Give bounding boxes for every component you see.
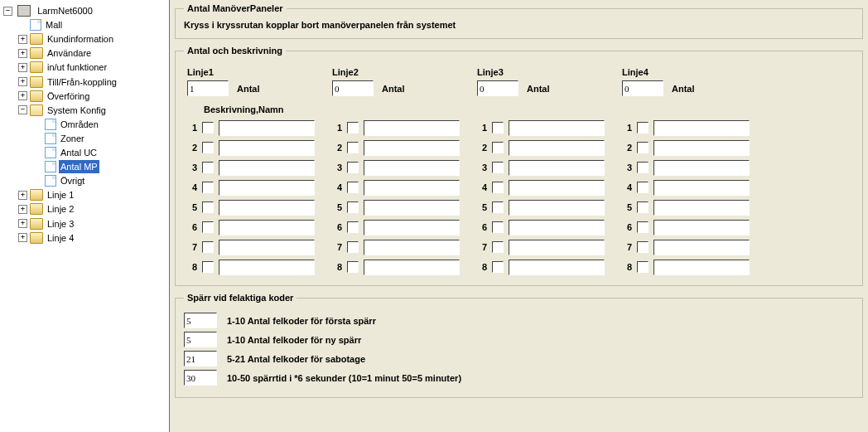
mp-disable-checkbox[interactable]	[637, 241, 649, 253]
expand-icon[interactable]: +	[18, 205, 27, 214]
mp-name-input[interactable]	[653, 120, 750, 136]
mp-name-input[interactable]	[364, 240, 460, 255]
mp-disable-checkbox[interactable]	[492, 142, 504, 153]
mp-disable-checkbox[interactable]	[637, 142, 649, 153]
collapse-icon[interactable]: −	[18, 105, 27, 114]
mp-disable-checkbox[interactable]	[492, 261, 504, 273]
tree-item[interactable]: +Överföring	[18, 89, 169, 103]
mp-name-input[interactable]	[653, 260, 750, 275]
mp-name-input[interactable]	[219, 160, 315, 176]
expand-icon[interactable]: +	[18, 233, 27, 242]
mp-name-input[interactable]	[364, 160, 460, 176]
tree-item[interactable]: Mall	[18, 17, 169, 32]
mp-name-input[interactable]	[653, 240, 750, 255]
antal-input-linje1[interactable]	[187, 80, 229, 96]
mp-disable-checkbox[interactable]	[347, 122, 359, 133]
tree-item[interactable]: +Användare	[18, 46, 169, 60]
tree-item[interactable]: +Kundinformation	[18, 32, 169, 46]
mp-name-input[interactable]	[653, 180, 750, 196]
mp-disable-checkbox[interactable]	[202, 182, 214, 193]
nav-tree[interactable]: − LarmNet6000 Mall+Kundinformation+Använ…	[0, 0, 170, 432]
sparr-input-0[interactable]	[184, 313, 217, 328]
sparr-input-2[interactable]	[184, 351, 217, 366]
mp-disable-checkbox[interactable]	[347, 142, 359, 153]
antal-input-linje2[interactable]	[332, 80, 374, 96]
mp-disable-checkbox[interactable]	[492, 182, 504, 193]
mp-name-input[interactable]	[509, 120, 605, 136]
mp-disable-checkbox[interactable]	[637, 162, 649, 173]
mp-name-input[interactable]	[219, 140, 315, 156]
mp-disable-checkbox[interactable]	[202, 122, 214, 133]
mp-disable-checkbox[interactable]	[637, 261, 649, 273]
tree-item[interactable]: −System KonfigOmrådenZonerAntal UCAntal …	[18, 103, 169, 188]
mp-name-input[interactable]	[364, 220, 460, 235]
mp-name-input[interactable]	[219, 260, 315, 275]
expand-icon[interactable]: +	[18, 63, 27, 72]
mp-disable-checkbox[interactable]	[347, 241, 359, 253]
mp-disable-checkbox[interactable]	[492, 241, 504, 253]
tree-item[interactable]: +in/ut funktioner	[18, 60, 169, 74]
mp-name-input[interactable]	[653, 140, 750, 156]
tree-item[interactable]: +Till/Från-koppling	[18, 74, 169, 88]
mp-disable-checkbox[interactable]	[492, 221, 504, 233]
mp-disable-checkbox[interactable]	[202, 142, 214, 153]
expand-icon[interactable]: +	[18, 219, 27, 228]
mp-name-input[interactable]	[219, 200, 315, 216]
mp-disable-checkbox[interactable]	[202, 221, 214, 233]
tree-item[interactable]: Övrigt	[33, 173, 169, 187]
antal-input-linje3[interactable]	[477, 80, 518, 96]
sparr-input-3[interactable]	[184, 370, 217, 386]
tree-root[interactable]: − LarmNet6000 Mall+Kundinformation+Använ…	[3, 3, 169, 245]
mp-name-input[interactable]	[219, 180, 315, 196]
mp-name-input[interactable]	[509, 160, 605, 176]
mp-name-input[interactable]	[219, 220, 315, 235]
mp-name-input[interactable]	[653, 200, 750, 216]
mp-name-input[interactable]	[219, 120, 315, 136]
mp-name-input[interactable]	[509, 140, 605, 156]
antal-input-linje4[interactable]	[622, 80, 663, 96]
mp-disable-checkbox[interactable]	[347, 221, 359, 233]
expand-icon[interactable]: +	[18, 91, 27, 100]
tree-item[interactable]: +Linje 2	[18, 201, 169, 216]
mp-disable-checkbox[interactable]	[492, 162, 504, 173]
mp-disable-checkbox[interactable]	[637, 122, 649, 133]
mp-disable-checkbox[interactable]	[347, 261, 359, 273]
mp-name-input[interactable]	[653, 160, 750, 176]
mp-name-input[interactable]	[364, 120, 460, 136]
expand-icon[interactable]: +	[18, 77, 27, 86]
mp-name-input[interactable]	[364, 140, 460, 156]
tree-item[interactable]: +Linje 4	[18, 231, 169, 245]
collapse-icon[interactable]: −	[3, 7, 12, 16]
mp-disable-checkbox[interactable]	[637, 201, 649, 213]
tree-item[interactable]: Zoner	[33, 131, 169, 145]
tree-item[interactable]: Områden	[33, 117, 169, 131]
mp-name-input[interactable]	[509, 260, 605, 275]
tree-item[interactable]: +Linje 3	[18, 216, 169, 230]
mp-disable-checkbox[interactable]	[637, 221, 649, 233]
mp-name-input[interactable]	[509, 240, 605, 255]
mp-name-input[interactable]	[509, 220, 605, 235]
mp-name-input[interactable]	[653, 220, 750, 235]
expand-icon[interactable]: +	[18, 35, 27, 44]
mp-name-input[interactable]	[509, 180, 605, 196]
mp-name-input[interactable]	[364, 200, 460, 216]
mp-name-input[interactable]	[364, 260, 460, 275]
mp-name-input[interactable]	[364, 180, 460, 196]
mp-disable-checkbox[interactable]	[202, 241, 214, 253]
mp-name-input[interactable]	[509, 200, 605, 216]
mp-disable-checkbox[interactable]	[202, 201, 214, 213]
mp-disable-checkbox[interactable]	[202, 162, 214, 173]
tree-item[interactable]: Antal MP	[33, 159, 169, 173]
tree-item[interactable]: +Linje 1	[18, 187, 169, 201]
tree-item[interactable]: Antal UC	[33, 145, 169, 159]
expand-icon[interactable]: +	[18, 191, 27, 200]
mp-disable-checkbox[interactable]	[347, 162, 359, 173]
mp-disable-checkbox[interactable]	[347, 182, 359, 193]
mp-disable-checkbox[interactable]	[637, 182, 649, 193]
mp-name-input[interactable]	[219, 240, 315, 255]
mp-disable-checkbox[interactable]	[492, 201, 504, 213]
mp-disable-checkbox[interactable]	[492, 122, 504, 133]
mp-disable-checkbox[interactable]	[202, 261, 214, 273]
expand-icon[interactable]: +	[18, 49, 27, 58]
mp-disable-checkbox[interactable]	[347, 201, 359, 213]
